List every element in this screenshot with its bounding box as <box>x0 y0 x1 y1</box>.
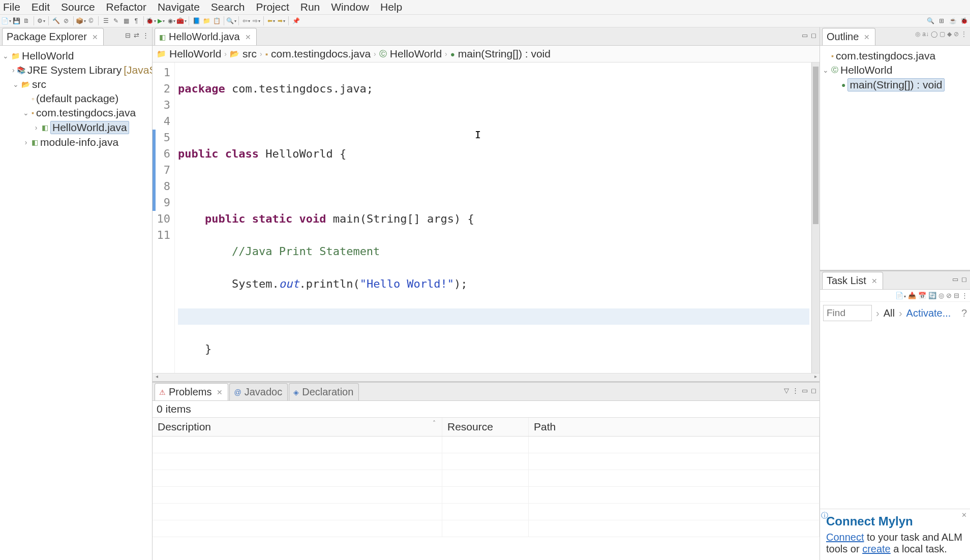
new-task-button[interactable]: 📄 <box>895 292 906 299</box>
tasklist-tab[interactable]: Task List ✕ <box>822 272 883 289</box>
project-node[interactable]: ⌄📁 HelloWorld <box>2 49 150 63</box>
collapse-all-icon[interactable]: ⊟ <box>125 32 131 39</box>
next-annotation-button[interactable]: ⇨ <box>252 17 260 25</box>
pin-editor-button[interactable]: 📌 <box>292 17 300 25</box>
menu-navigate[interactable]: Navigate <box>158 1 200 13</box>
table-row[interactable] <box>153 453 820 470</box>
maximize-icon[interactable]: ◻ <box>961 275 967 283</box>
toggle-block-button[interactable]: ▦ <box>122 17 130 25</box>
new-class-button[interactable]: © <box>87 17 95 25</box>
forward-button[interactable]: ➡ <box>277 17 285 25</box>
editor-tab[interactable]: ◧ HelloWorld.java ✕ <box>155 28 257 45</box>
open-task-button[interactable]: 📋 <box>213 17 221 25</box>
new-project-button[interactable]: 📁 <box>202 17 210 25</box>
coverage-button[interactable]: ◉ <box>167 17 175 25</box>
line-number[interactable]: 10 <box>153 211 170 227</box>
outline-tree[interactable]: ▪ com.testingdocs.java ⌄Ⓒ HelloWorld ● m… <box>820 46 970 270</box>
view-menu-icon[interactable]: ⋮ <box>792 387 799 394</box>
line-number[interactable]: 5 <box>153 130 170 146</box>
line-number[interactable]: 1 <box>153 65 170 81</box>
package-explorer-tree[interactable]: ⌄📁 HelloWorld ›📚 JRE System Library [Jav… <box>0 46 152 560</box>
line-number[interactable]: 8 <box>153 178 170 195</box>
menu-help[interactable]: Help <box>380 1 402 13</box>
debug-perspective-button[interactable]: 🐞 <box>960 17 968 25</box>
save-button[interactable]: 💾 <box>12 17 20 25</box>
run-button[interactable]: ▶ <box>157 17 165 25</box>
close-icon[interactable]: ✕ <box>217 388 223 396</box>
show-whitespace-button[interactable]: ¶ <box>132 17 140 25</box>
activate-link[interactable]: Activate... <box>906 307 951 319</box>
package-explorer-tab[interactable]: Package Explorer ✕ <box>2 28 104 45</box>
line-number[interactable]: 4 <box>153 113 170 130</box>
menu-search[interactable]: Search <box>211 1 245 13</box>
toggle-breadcrumb-button[interactable]: ☰ <box>102 17 110 25</box>
close-icon[interactable]: ✕ <box>245 33 251 41</box>
overview-ruler[interactable] <box>811 63 820 373</box>
skip-breakpoints-button[interactable]: ⊘ <box>62 17 70 25</box>
problems-table[interactable]: Description ˄ Resource Path <box>153 417 820 560</box>
line-number[interactable]: 9 <box>153 195 170 211</box>
scroll-right-icon[interactable]: ▸ <box>811 374 820 382</box>
search-button[interactable]: 🔍 <box>227 17 235 25</box>
table-row[interactable] <box>153 504 820 520</box>
bc-class[interactable]: HelloWorld <box>390 48 442 60</box>
maximize-icon[interactable]: ◻ <box>811 387 816 394</box>
focus-icon[interactable]: ◎ <box>938 292 944 299</box>
save-all-button[interactable]: 🗎 <box>22 17 31 25</box>
menu-run[interactable]: Run <box>300 1 320 13</box>
link-editor-icon[interactable]: ⇄ <box>134 32 139 39</box>
line-number[interactable]: 6 <box>153 146 170 162</box>
table-row[interactable] <box>153 520 820 537</box>
close-icon[interactable]: ✕ <box>92 33 98 41</box>
line-number[interactable]: 7 <box>153 162 170 178</box>
menu-edit[interactable]: Edit <box>32 1 50 13</box>
bc-src[interactable]: src <box>243 48 257 60</box>
view-menu-icon[interactable]: ⋮ <box>961 292 968 299</box>
java-file-node[interactable]: ›◧ HelloWorld.java <box>2 120 150 135</box>
debug-button[interactable]: 🐞 <box>147 17 155 25</box>
connect-link[interactable]: Connect <box>826 532 864 543</box>
default-package-node[interactable]: ▫ (default package) <box>2 91 150 106</box>
menu-project[interactable]: Project <box>256 1 289 13</box>
new-package-button[interactable]: 📦 <box>77 17 85 25</box>
minimize-icon[interactable]: ▭ <box>952 275 958 283</box>
outline-method[interactable]: ● main(String[]) : void <box>822 77 968 92</box>
schedule-icon[interactable]: 📅 <box>918 292 926 299</box>
new-java-project-button[interactable]: 📘 <box>192 17 200 25</box>
hide-icon[interactable]: ⊘ <box>946 292 952 299</box>
menu-window[interactable]: Window <box>331 1 369 13</box>
quick-access-button[interactable]: 🔍 <box>926 17 934 25</box>
table-row[interactable] <box>153 470 820 487</box>
menu-file[interactable]: File <box>3 1 20 13</box>
line-number[interactable]: 11 <box>153 227 170 243</box>
table-row[interactable] <box>153 437 820 453</box>
hide-local-icon[interactable]: ⊘ <box>954 30 959 38</box>
hide-nonpublic-icon[interactable]: ◆ <box>947 30 952 38</box>
table-row[interactable] <box>153 487 820 504</box>
hide-fields-icon[interactable]: ◯ <box>931 30 937 38</box>
find-input[interactable] <box>823 305 872 321</box>
horizontal-scrollbar[interactable]: ◂ ▸ <box>153 373 820 381</box>
code-editor[interactable]: 1 2 3 4 5 6 7 8 9 10 11 package com.test… <box>153 63 820 373</box>
java-perspective-button[interactable]: ☕ <box>949 17 957 25</box>
bc-method[interactable]: main(String[]) : void <box>458 48 551 60</box>
hide-static-icon[interactable]: ▢ <box>939 30 945 38</box>
collapse-icon[interactable]: ⊟ <box>954 292 959 299</box>
create-link[interactable]: create <box>862 543 891 554</box>
open-type-button[interactable]: ⚙ <box>37 17 45 25</box>
code-content[interactable]: package com.testingdocs.java; public cla… <box>175 63 811 373</box>
sort-icon[interactable]: a↓ <box>922 30 929 38</box>
outline-package[interactable]: ▪ com.testingdocs.java <box>822 49 968 63</box>
col-resource[interactable]: Resource <box>442 418 529 436</box>
bc-project[interactable]: HelloWorld <box>169 48 221 60</box>
view-menu-icon[interactable]: ⋮ <box>961 30 967 38</box>
view-menu-icon[interactable]: ⋮ <box>142 32 149 39</box>
line-number[interactable]: 3 <box>153 97 170 113</box>
open-perspective-button[interactable]: ⊞ <box>937 17 946 25</box>
new-button[interactable]: 📄 <box>2 17 10 25</box>
col-description[interactable]: Description ˄ <box>153 418 442 436</box>
menu-refactor[interactable]: Refactor <box>106 1 146 13</box>
line-number-gutter[interactable]: 1 2 3 4 5 6 7 8 9 10 11 <box>153 63 175 373</box>
bc-package[interactable]: com.testingdocs.java <box>271 48 371 60</box>
focus-icon[interactable]: ◎ <box>915 30 920 38</box>
